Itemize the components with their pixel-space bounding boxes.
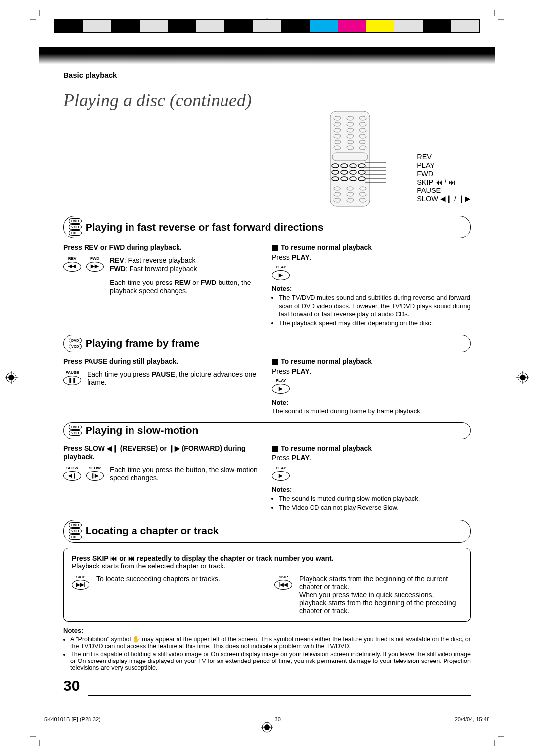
instruction-text: Playback starts from the selected chapte… [72,562,462,570]
notes-label: Notes: [63,627,471,634]
page-number-rule [88,695,471,696]
section-heading-framebyframe: DVD VCD Playing frame by frame [63,335,471,352]
slow-rev-button-icon: SLOW◀❙ [63,466,81,483]
instruction-title: Press SKIP ⏮ or ⏭ repeatedly to display … [72,554,462,562]
badge-vcd: VCD [69,528,82,534]
section-title: Locating a chapter or track [86,525,219,537]
badge-dvd: DVD [69,522,82,528]
pause-button-icon: PAUSE❚❚ [63,370,81,387]
slow-fwd-button-icon: SLOW❙▶ [86,466,104,483]
section-title: Playing in fast reverse or fast forward … [86,221,324,233]
locating-box: Press SKIP ⏮ or ⏭ repeatedly to display … [63,548,471,622]
skip-back-description: Playback starts from the beginning of th… [299,575,462,591]
print-footer-left: 5K40101B [E] (P28-32) [44,716,101,722]
skip-back-button-icon: SKIP|◀◀ [274,575,292,614]
rev-button-icon: REV◀◀ [63,256,81,296]
page-number: 30 [39,677,80,694]
print-footer-mid: 30 [275,716,281,722]
badge-dvd: DVD [69,425,82,430]
note-item: A "Prohibition" symbol ✋ may appear at t… [70,635,471,650]
color-calibration-bar [54,19,480,33]
registration-mark-icon [5,371,18,384]
note-item: The TV/DVD mutes sound and subtitles dur… [279,294,471,318]
play-button-icon: PLAY ▶ [272,378,471,394]
section-heading-slowmotion: DVD VCD Playing in slow-motion [63,422,471,439]
registration-mark-icon [516,371,529,384]
remote-label-fwd: FWD [417,170,471,178]
note-item: The playback speed may differ depending … [279,319,471,327]
resume-title: To resume normal playback [281,444,372,453]
section-title: Playing in slow-motion [86,425,199,436]
badge-vcd: VCD [69,344,82,349]
badge-cd: CD [69,534,82,540]
notes-label: Notes: [272,486,471,494]
remote-label-skip: SKIP ⏮ / ⏭ [417,178,471,187]
instruction-title: Press SLOW ◀❙ (REVERSE) or ❙▶ (FORWARD) … [63,444,262,462]
section-title: Playing frame by frame [86,337,200,349]
remote-label-rev: REV [417,153,471,161]
badge-cd: CD [69,230,82,236]
remote-icon [326,109,386,208]
badge-vcd: VCD [69,430,82,436]
note-item: The unit is capable of holding a still v… [70,651,471,671]
remote-label-slow: SLOW ◀❙ / ❙▶ [417,195,471,203]
section-heading-fastrevfwd: DVD VCD CD Playing in fast reverse or fa… [63,216,471,238]
play-button-icon: PLAY ▶ [272,265,471,280]
remote-diagram: REV PLAY FWD SKIP ⏮ / ⏭ PAUSE SLOW ◀❙ / … [322,104,471,208]
badge-dvd: DVD [69,218,82,224]
section-heading-locating: DVD VCD CD Locating a chapter or track [63,520,471,543]
skip-fwd-button-icon: SKIP▶▶| [72,575,89,614]
play-button-icon: PLAY ▶ [272,466,471,481]
remote-label-play: PLAY [417,161,471,170]
instruction-title: Press REV or FWD during playback. [63,243,262,252]
notes-label: Notes: [272,285,471,293]
badge-dvd: DVD [69,338,82,343]
instruction-title: Press PAUSE during still playback. [63,357,262,366]
resume-title: To resume normal playback [281,243,372,252]
section-label: Basic playback [39,47,471,81]
skip-fwd-description: To locate succeeding chapters or tracks. [96,575,220,614]
fwd-button-icon: FWD▶▶ [86,256,104,296]
badge-vcd: VCD [69,224,82,230]
note-item: The sound is muted during frame by frame… [272,407,471,415]
note-item: The sound is muted during slow-motion pl… [279,495,471,503]
resume-title: To resume normal playback [281,357,372,366]
instruction-text: Each time you press the button, the slow… [110,466,262,483]
skip-back-description: When you press twice in quick succession… [299,591,462,614]
notes-label: Note: [272,399,471,407]
note-item: The Video CD can not play Reverse Slow. [279,504,471,512]
svg-rect-24 [330,111,370,206]
print-footer-right: 20/4/04, 15:48 [455,716,490,722]
remote-label-pause: PAUSE [417,187,471,195]
registration-mark-icon [261,721,273,734]
